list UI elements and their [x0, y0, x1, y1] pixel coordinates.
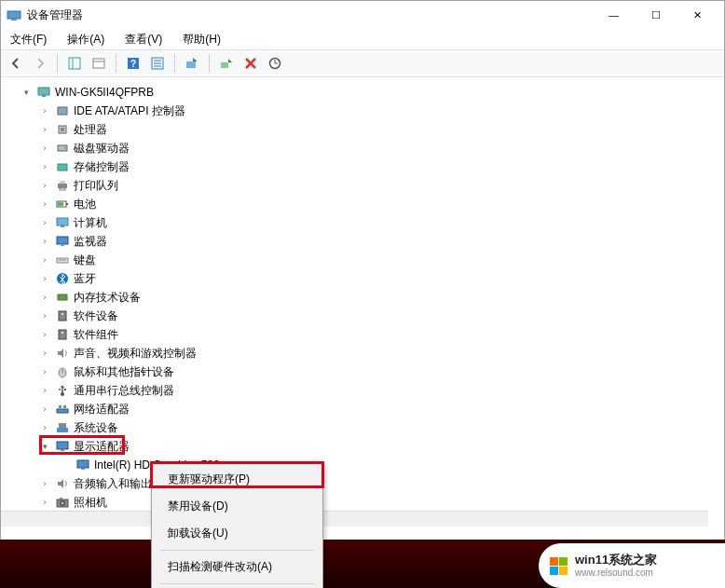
watermark-url: www.relsound.com [575, 567, 657, 579]
svg-rect-58 [81, 468, 85, 470]
tree-item[interactable]: ›内存技术设备 [1, 288, 724, 307]
close-button[interactable]: ✕ [677, 2, 718, 28]
chevron-right-icon[interactable]: › [38, 104, 51, 117]
tree-item[interactable]: ›蓝牙 [1, 269, 724, 288]
tree-item-label: 内存技术设备 [74, 290, 141, 306]
tree-item[interactable]: ›监视器 [1, 232, 724, 251]
chevron-down-icon[interactable]: ▾ [20, 86, 33, 99]
tree-item[interactable]: ›软件设备 [1, 307, 724, 325]
chevron-right-icon[interactable]: › [38, 365, 51, 378]
computer-icon [55, 215, 70, 230]
chevron-right-icon[interactable]: › [38, 384, 51, 397]
network-icon [55, 402, 70, 417]
computer-icon [36, 85, 51, 100]
svg-rect-28 [58, 202, 63, 206]
horizontal-scrollbar[interactable] [1, 511, 708, 526]
tree-item[interactable]: ›软件组件 [1, 325, 724, 344]
menu-action[interactable]: 操作(A) [63, 30, 108, 49]
tree-item[interactable]: ›网络适配器 [1, 400, 724, 418]
chevron-right-icon[interactable]: › [38, 291, 51, 304]
tree-item[interactable]: ›打印队列 [1, 176, 724, 195]
update-driver-button[interactable] [181, 52, 203, 75]
tree-item-label: 软件组件 [74, 327, 118, 343]
tree-item[interactable]: ›存储控制器 [1, 157, 724, 176]
tree-item-label: 键盘 [74, 253, 96, 268]
chevron-right-icon[interactable]: › [38, 272, 51, 285]
svg-rect-15 [38, 88, 49, 95]
chevron-right-icon[interactable]: › [38, 198, 51, 211]
chevron-right-icon[interactable]: › [38, 142, 51, 155]
menu-disable-device[interactable]: 禁用设备(D) [155, 493, 320, 520]
uninstall-device-button[interactable] [239, 52, 262, 75]
menu-uninstall-device[interactable]: 卸载设备(U) [155, 520, 320, 547]
tree-root[interactable]: ▾ WIN-GK5II4QFPRB [1, 83, 724, 102]
tree-item[interactable]: ›音频输入和输出 [1, 474, 724, 493]
tree-item[interactable]: ›鼠标和其他指针设备 [1, 362, 724, 381]
enable-device-button[interactable] [215, 52, 238, 75]
svg-point-21 [64, 147, 66, 149]
show-hide-tree-button[interactable] [63, 52, 86, 75]
maximize-button[interactable]: ☐ [635, 2, 677, 28]
tree-item-child[interactable]: Intel(R) HD Graphics 520 [1, 456, 724, 474]
svg-rect-17 [58, 107, 67, 115]
menu-help[interactable]: 帮助(H) [179, 30, 225, 49]
chevron-right-icon[interactable]: › [38, 421, 51, 434]
svg-rect-22 [58, 164, 67, 171]
tree-item[interactable]: ›电池 [1, 195, 724, 213]
svg-rect-51 [59, 405, 62, 408]
chevron-right-icon[interactable]: › [38, 253, 51, 267]
chevron-right-icon[interactable]: › [38, 309, 51, 322]
tree-item[interactable]: ›IDE ATA/ATAPI 控制器 [1, 102, 724, 120]
tree-item[interactable]: ›磁盘驱动器 [1, 139, 724, 157]
properties-button[interactable] [88, 52, 110, 75]
usb-icon [55, 383, 70, 398]
chevron-right-icon[interactable]: › [38, 160, 51, 173]
menu-file[interactable]: 文件(F) [7, 30, 50, 49]
tree-item[interactable]: ›处理器 [1, 120, 724, 139]
chevron-right-icon[interactable]: › [38, 235, 51, 248]
tree-item-label: 监视器 [74, 234, 107, 250]
svg-rect-29 [57, 218, 68, 226]
software-icon [55, 308, 70, 323]
scan-hardware-button[interactable] [264, 52, 286, 75]
chevron-right-icon[interactable]: › [38, 328, 51, 341]
disk-icon [55, 141, 70, 156]
cpu-icon [55, 122, 70, 137]
svg-text:?: ? [130, 59, 136, 69]
tree-item[interactable]: ▾显示适配器 [1, 437, 724, 456]
forward-button[interactable] [29, 52, 51, 75]
menu-view[interactable]: 查看(V) [121, 30, 166, 49]
tree-item-label: IDE ATA/ATAPI 控制器 [74, 103, 185, 119]
tree-item-label: 打印队列 [74, 178, 118, 194]
svg-rect-23 [58, 184, 67, 188]
svg-rect-57 [77, 460, 89, 468]
chevron-right-icon[interactable]: › [38, 403, 51, 416]
menubar: 文件(F) 操作(A) 查看(V) 帮助(H) [1, 29, 724, 49]
svg-point-48 [59, 389, 61, 390]
back-button[interactable] [5, 52, 27, 75]
tree-item[interactable]: ›照相机 [1, 493, 724, 512]
list-button[interactable] [146, 52, 169, 75]
tree-item[interactable]: ›键盘 [1, 251, 724, 269]
tree-item[interactable]: ›通用串行总线控制器 [1, 381, 724, 400]
minimize-button[interactable]: — [593, 2, 635, 28]
toolbar: ? [1, 49, 724, 77]
help-button[interactable]: ? [122, 52, 144, 75]
menu-update-driver[interactable]: 更新驱动程序(P) [155, 466, 320, 493]
chevron-right-icon[interactable]: › [38, 347, 51, 360]
chevron-right-icon[interactable]: › [38, 496, 51, 509]
chevron-right-icon[interactable]: › [38, 216, 51, 229]
chevron-right-icon[interactable]: › [38, 123, 51, 136]
chevron-right-icon[interactable]: › [38, 179, 51, 192]
menu-scan-hardware[interactable]: 扫描检测硬件改动(A) [155, 554, 320, 581]
tree-item[interactable]: ›系统设备 [1, 418, 724, 437]
tree-item[interactable]: ›计算机 [1, 213, 724, 232]
tree-item[interactable]: ›声音、视频和游戏控制器 [1, 344, 724, 362]
svg-rect-40 [59, 311, 66, 321]
tree-item-label: 鼠标和其他指针设备 [74, 364, 174, 380]
device-manager-icon [7, 7, 21, 22]
chevron-down-icon[interactable]: ▾ [38, 440, 51, 453]
svg-rect-27 [66, 203, 68, 205]
chevron-right-icon[interactable]: › [38, 477, 51, 490]
svg-rect-16 [42, 95, 46, 97]
